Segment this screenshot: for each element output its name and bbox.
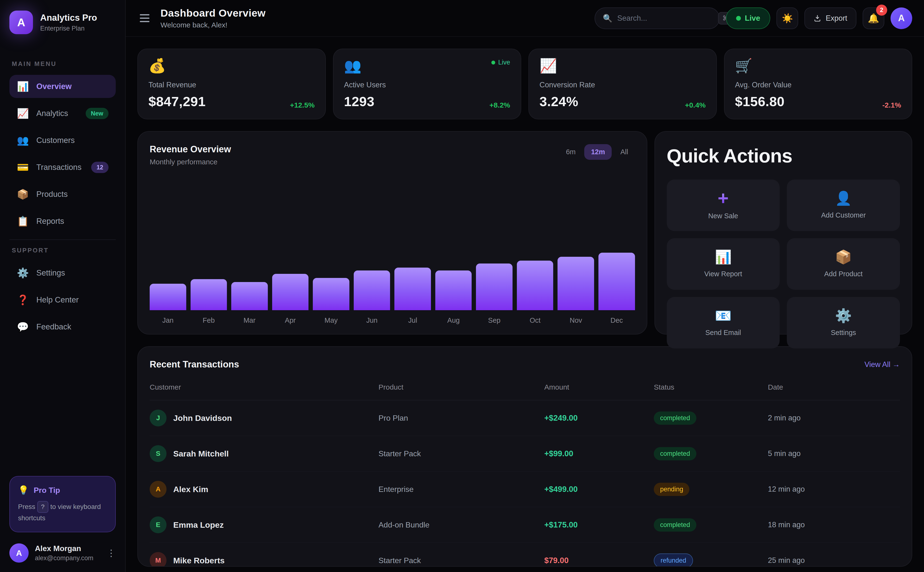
sidebar-item-overview[interactable]: 📊Overview	[9, 75, 116, 98]
export-button[interactable]: Export	[804, 8, 856, 29]
view-all-link[interactable]: View All →	[864, 360, 900, 369]
sidebar-item-help-center[interactable]: ❓Help Center	[9, 288, 116, 311]
hamburger-menu-icon[interactable]	[137, 12, 152, 25]
range-button-12m[interactable]: 12m	[584, 144, 612, 160]
quick-action-send-email[interactable]: 📧Send Email	[667, 297, 780, 348]
stat-label: Avg. Order Value	[735, 81, 901, 89]
quick-action-add-customer[interactable]: 👤Add Customer	[787, 180, 900, 231]
notifications-button[interactable]: 🔔 2	[863, 8, 884, 29]
sidebar-item-settings[interactable]: ⚙️Settings	[9, 261, 116, 284]
chart-heading: Revenue Overview Monthly performance	[150, 144, 231, 166]
pro-tip-header: 💡 Pro Tip	[18, 485, 107, 495]
bar[interactable]	[598, 253, 635, 310]
user-profile[interactable]: A Alex Morgan alex@company.com ⋮	[9, 543, 116, 563]
customer-name: John Davidson	[173, 413, 232, 423]
stat-card-top: 🛒	[735, 59, 901, 73]
sidebar-item-feedback[interactable]: 💬Feedback	[9, 315, 116, 338]
bar-label: Sep	[476, 316, 512, 324]
sidebar-item-transactions[interactable]: 💳Transactions12	[9, 156, 116, 179]
bell-icon: 🔔	[868, 13, 879, 23]
bar[interactable]	[272, 274, 309, 310]
customer-avatar: M	[150, 552, 166, 567]
stat-card-total-revenue: 💰Total Revenue$847,291+12.5%	[137, 48, 326, 120]
customer-avatar: A	[150, 481, 166, 497]
sidebar-item-label: Products	[36, 190, 68, 199]
product-cell: Pro Plan	[379, 413, 544, 423]
quick-actions-panel: Quick Actions +New Sale👤Add Customer📊Vie…	[654, 131, 912, 334]
bar-labels: JanFebMarAprMayJunJulAugSepOctNovDec	[150, 316, 635, 324]
customer-cell: EEmma Lopez	[150, 516, 379, 533]
content: Dashboard Overview Welcome back, Alex! 🔍…	[126, 0, 924, 572]
bar[interactable]	[313, 278, 349, 310]
sidebar-item-products[interactable]: 📦Products	[9, 183, 116, 206]
table-row[interactable]: JJohn DavidsonPro Plan+$249.00completed2…	[150, 400, 900, 436]
page-subtitle: Welcome back, Alex!	[160, 21, 266, 29]
search-box[interactable]: 🔍 ⌘K	[595, 8, 720, 29]
quick-action-new-sale[interactable]: +New Sale	[667, 180, 780, 231]
pro-tip-text: Press?to view keyboard shortcuts	[18, 501, 107, 523]
table-row[interactable]: AAlex KimEnterprise+$499.00pending12 min…	[150, 472, 900, 507]
app-root: A Analytics Pro Enterprise Plan MAIN MEN…	[0, 0, 924, 572]
stat-change: +12.5%	[290, 101, 315, 109]
table-row[interactable]: MMike RobertsStarter Pack$79.00refunded2…	[150, 543, 900, 567]
stat-value: 3.24%	[539, 93, 578, 109]
user-email: alex@company.com	[35, 555, 93, 562]
bar[interactable]	[394, 267, 431, 310]
app-logo: A	[9, 11, 33, 34]
bar[interactable]	[150, 284, 186, 310]
user-menu-icon[interactable]: ⋮	[107, 548, 116, 558]
bar[interactable]	[517, 261, 553, 310]
bar[interactable]	[191, 279, 227, 310]
product-cell: Enterprise	[379, 485, 544, 494]
bar[interactable]	[354, 270, 390, 310]
table-column-headers: CustomerProductAmountStatusDate	[150, 370, 900, 400]
bar[interactable]	[476, 264, 512, 310]
bar-column-may	[313, 250, 349, 310]
bar-column-jan	[150, 250, 186, 310]
live-status-button[interactable]: Live	[726, 8, 770, 29]
bar[interactable]	[558, 257, 594, 310]
product-cell: Add-on Bundle	[379, 521, 544, 529]
quick-action-add-product[interactable]: 📦Add Product	[787, 238, 900, 290]
sidebar-item-customers[interactable]: 👥Customers	[9, 129, 116, 152]
sidebar-item-analytics[interactable]: 📈AnalyticsNew	[9, 102, 116, 125]
range-button-6m[interactable]: 6m	[559, 144, 582, 160]
sidebar-item-label: Reports	[36, 216, 64, 226]
header-avatar[interactable]: A	[891, 8, 912, 29]
sidebar-divider	[9, 239, 116, 240]
quick-action-settings[interactable]: ⚙️Settings	[787, 297, 900, 348]
stat-label: Active Users	[344, 81, 510, 89]
sidebar-item-label: Transactions	[36, 163, 82, 172]
stats-row: 💰Total Revenue$847,291+12.5%👥LiveActive …	[137, 48, 912, 120]
sidebar-item-label: Help Center	[36, 295, 79, 305]
amount-cell: $79.00	[544, 556, 654, 565]
status-badge: completed	[654, 447, 696, 460]
live-dot-icon	[736, 16, 741, 21]
stat-card-top: 💰	[149, 59, 315, 73]
sidebar-badge-transactions: 12	[91, 162, 109, 173]
bar-column-aug	[435, 250, 472, 310]
sidebar-item-reports[interactable]: 📋Reports	[9, 210, 116, 233]
quick-action-label: Send Email	[705, 329, 741, 337]
pro-tip-card: 💡 Pro Tip Press?to view keyboard shortcu…	[9, 476, 116, 532]
column-header-amount: Amount	[544, 383, 654, 391]
stat-value: $847,291	[149, 93, 206, 109]
bar[interactable]	[231, 282, 268, 310]
quick-action-label: Add Product	[824, 270, 863, 278]
customer-name: Alex Kim	[173, 485, 208, 494]
sidebar-item-label: Analytics	[36, 109, 68, 118]
stat-value-row: 1293+8.2%	[344, 93, 510, 109]
table-row[interactable]: SSarah MitchellStarter Pack+$99.00comple…	[150, 436, 900, 472]
search-input[interactable]	[617, 14, 713, 23]
stat-value-row: $847,291+12.5%	[149, 93, 315, 109]
sidebar: A Analytics Pro Enterprise Plan MAIN MEN…	[0, 0, 126, 572]
customer-cell: MMike Roberts	[150, 552, 379, 567]
range-button-all[interactable]: All	[613, 144, 635, 160]
quick-action-view-report[interactable]: 📊View Report	[667, 238, 780, 290]
theme-toggle-button[interactable]: ☀️	[776, 8, 798, 29]
brand: A Analytics Pro Enterprise Plan	[9, 11, 116, 34]
bar-label: Jun	[354, 316, 390, 324]
bar[interactable]	[435, 270, 472, 310]
table-row[interactable]: EEmma LopezAdd-on Bundle+$175.00complete…	[150, 507, 900, 543]
amount-cell: +$249.00	[544, 413, 654, 423]
